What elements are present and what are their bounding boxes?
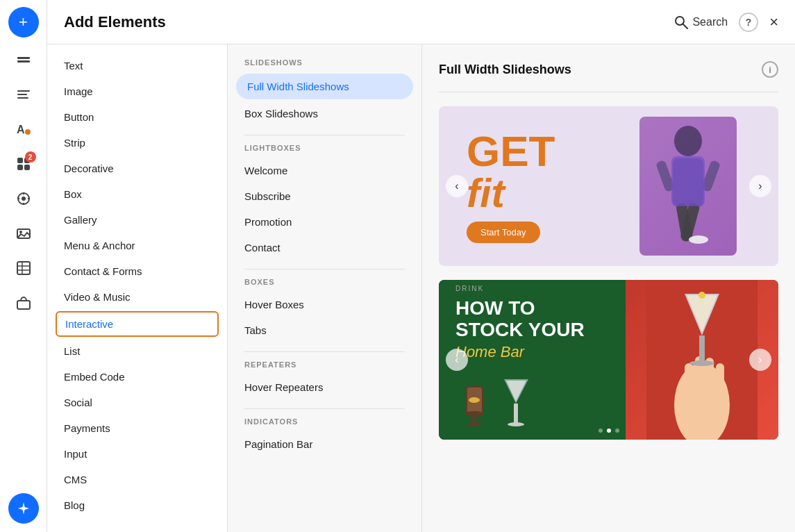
athlete-image [639,117,737,256]
card2-title: HOW TOSTOCK YOUR [455,298,609,341]
close-button[interactable]: × [769,15,778,30]
left-list-item-social[interactable]: Social [47,390,227,415]
section-label-slideshows: SLIDESHOWS [228,58,421,72]
ai-button[interactable] [8,493,39,524]
card1-headline2: fit [467,173,555,213]
divider-2 [244,269,405,269]
preview-title: Full Width Slideshows [439,63,571,77]
card1-arrow-left[interactable]: ‹ [446,175,468,197]
left-list-item-gallery[interactable]: Gallery [47,207,227,233]
card1-cta[interactable]: Start Today [467,222,540,243]
middle-list-item-contact[interactable]: Contact [228,235,421,260]
svg-point-42 [508,422,524,426]
svg-rect-23 [17,301,30,309]
svg-rect-2 [17,90,30,92]
svg-point-12 [22,197,26,201]
svg-marker-43 [506,381,526,401]
add-button[interactable]: + [8,7,39,38]
store-button[interactable] [8,288,39,318]
main-panel: Add Elements Search ? × Text Image Butto… [47,0,795,532]
svg-rect-41 [514,404,518,424]
svg-line-25 [683,24,687,28]
page-title: Add Elements [64,13,166,31]
card2-arrow-left[interactable]: ‹ [446,349,468,371]
info-icon[interactable]: i [762,61,778,78]
apps-button[interactable]: 2 [8,149,39,179]
card2-arrow-right[interactable]: › [749,349,771,371]
middle-list-item-hover-repeaters[interactable]: Hover Repeaters [228,374,421,400]
section-label-lightboxes: LIGHTBOXES [228,144,421,158]
layout-button[interactable] [8,44,39,75]
right-preview: Full Width Slideshows i GET fit Start To… [422,44,795,532]
left-list-item-strip[interactable]: Strip [47,130,227,156]
left-list-item-contact-forms[interactable]: Contact & Forms [47,258,227,284]
media-button[interactable] [8,218,39,249]
preview-card-1: GET fit Start Today [439,106,778,266]
left-list-item-menu-anchor[interactable]: Menu & Anchor [47,233,227,258]
middle-list-item-full-width-slideshows[interactable]: Full Width Slideshows [236,74,413,99]
middle-list-item-tabs[interactable]: Tabs [228,317,421,343]
plugins-button[interactable] [8,183,39,214]
divider-4 [244,408,405,409]
left-list-item-text[interactable]: Text [47,53,227,78]
card2-drinks [455,372,609,435]
left-list-item-button[interactable]: Button [47,104,227,130]
martini-glass-svg [501,372,532,435]
preview-header: Full Width Slideshows i [439,61,778,78]
card1-headline1: GET [467,130,555,173]
left-list-item-cms[interactable]: CMS [47,467,227,492]
athlete-svg [646,120,730,252]
preview-divider [439,92,778,92]
svg-point-39 [469,397,480,403]
svg-rect-33 [671,156,705,206]
help-button[interactable]: ? [739,13,758,32]
left-list-item-embed-code[interactable]: Embed Code [47,364,227,390]
hand-glass-svg [646,280,758,440]
middle-list-item-welcome[interactable]: Welcome [228,158,421,183]
preview-card-2: DRINK HOW TOSTOCK YOUR Home Bar [439,280,778,440]
svg-rect-46 [685,363,693,412]
left-list-item-box[interactable]: Box [47,181,227,207]
svg-rect-51 [699,335,705,363]
middle-list-item-hover-boxes[interactable]: Hover Boxes [228,292,421,317]
left-list-item-image[interactable]: Image [47,78,227,104]
left-list-item-blog[interactable]: Blog [47,492,227,518]
left-list-item-payments[interactable]: Payments [47,415,227,441]
text-button[interactable] [8,79,39,110]
drink-glass-svg [455,379,494,435]
card2-inner: DRINK HOW TOSTOCK YOUR Home Bar [439,280,778,440]
middle-list-item-subscribe[interactable]: Subscribe [228,183,421,209]
left-list-item-decorative[interactable]: Decorative [47,156,227,181]
middle-list: SLIDESHOWS Full Width Slideshows Box Sli… [228,44,422,532]
svg-rect-7 [17,158,23,163]
search-button[interactable]: Search [674,15,728,29]
dot-1 [599,429,603,433]
divider-1 [244,135,405,135]
svg-point-18 [19,231,22,233]
middle-list-item-promotion[interactable]: Promotion [228,209,421,235]
card1-content: GET fit Start Today [439,106,778,266]
svg-rect-4 [17,97,28,99]
svg-rect-3 [17,94,27,95]
table-button[interactable] [8,253,39,283]
left-list-item-interactive[interactable]: Interactive [56,311,219,337]
svg-rect-19 [17,262,30,274]
svg-point-6 [25,129,31,135]
section-label-repeaters: REPEATERS [228,360,421,374]
left-list-item-video-music[interactable]: Video & Music [47,284,227,310]
left-list-item-list[interactable]: List [47,338,227,364]
middle-list-item-box-slideshows[interactable]: Box Slideshows [228,101,421,126]
design-button[interactable]: A [8,114,39,144]
svg-point-38 [467,422,481,426]
left-list: Text Image Button Strip Decorative Box G… [47,44,228,532]
middle-list-item-pagination-bar[interactable]: Pagination Bar [228,431,421,457]
content-area: Text Image Button Strip Decorative Box G… [47,44,795,532]
left-list-item-input[interactable]: Input [47,441,227,467]
svg-rect-1 [17,60,30,63]
card1-arrow-right[interactable]: › [749,175,771,197]
card2-label: DRINK [455,285,609,292]
search-icon [674,15,688,29]
svg-rect-0 [17,57,30,59]
svg-point-24 [676,17,684,25]
svg-rect-9 [17,165,23,170]
